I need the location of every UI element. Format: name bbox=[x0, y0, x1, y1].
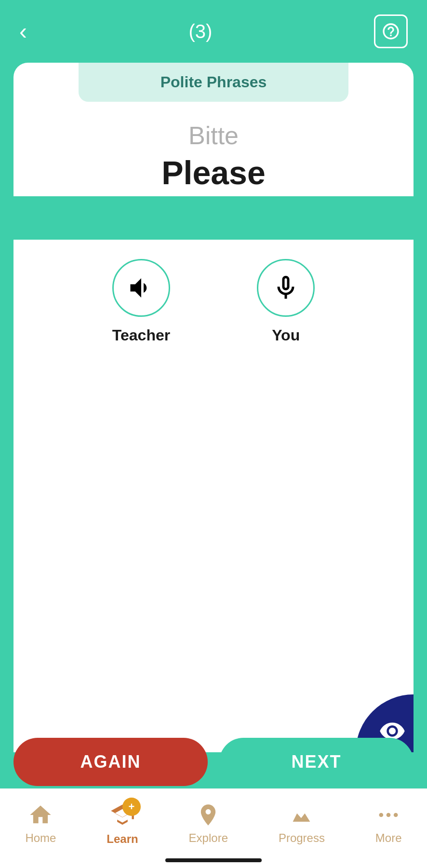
header-title: (3) bbox=[189, 21, 213, 42]
nav-progress-label: Progress bbox=[279, 831, 325, 845]
progress-icon bbox=[289, 802, 314, 827]
more-icon bbox=[376, 802, 401, 827]
speaker-icon bbox=[127, 273, 156, 302]
main-card: Polite Phrases Bitte Please Teacher You bbox=[13, 63, 414, 752]
green-accent-bar bbox=[13, 196, 414, 240]
nav-learn-label: Learn bbox=[107, 832, 138, 846]
nav-explore-label: Explore bbox=[189, 831, 228, 845]
svg-point-2 bbox=[394, 813, 398, 817]
interaction-area: Teacher You bbox=[13, 240, 414, 364]
nav-home-label: Home bbox=[25, 831, 56, 845]
svg-point-1 bbox=[387, 813, 391, 817]
nav-more-label: More bbox=[375, 831, 402, 845]
bottom-nav: Home + Learn Explore Progress More bbox=[0, 788, 427, 868]
word-translation: Please bbox=[13, 154, 414, 191]
again-button[interactable]: AGAIN bbox=[13, 738, 208, 786]
help-icon bbox=[381, 22, 400, 41]
you-button[interactable]: You bbox=[257, 259, 315, 344]
teacher-button[interactable]: Teacher bbox=[112, 259, 170, 344]
teacher-circle[interactable] bbox=[112, 259, 170, 317]
explore-icon bbox=[196, 802, 221, 827]
you-label: You bbox=[272, 326, 300, 344]
you-circle[interactable] bbox=[257, 259, 315, 317]
action-row: AGAIN NEXT bbox=[0, 738, 427, 786]
nav-progress[interactable]: Progress bbox=[279, 802, 325, 845]
nav-learn[interactable]: + Learn bbox=[107, 801, 138, 846]
nav-more[interactable]: More bbox=[375, 802, 402, 845]
back-button[interactable]: ‹ bbox=[19, 20, 27, 43]
home-icon bbox=[28, 802, 53, 827]
home-bar bbox=[165, 858, 262, 862]
word-area: Bitte Please bbox=[13, 102, 414, 191]
learn-badge: + bbox=[122, 798, 141, 816]
nav-home[interactable]: Home bbox=[25, 802, 56, 845]
header: ‹ (3) bbox=[0, 0, 427, 63]
teacher-label: Teacher bbox=[112, 326, 170, 344]
help-button[interactable] bbox=[374, 14, 408, 48]
nav-explore[interactable]: Explore bbox=[189, 802, 228, 845]
microphone-icon bbox=[271, 273, 300, 302]
svg-point-0 bbox=[379, 813, 384, 817]
next-button[interactable]: NEXT bbox=[219, 738, 414, 786]
word-foreign: Bitte bbox=[13, 121, 414, 150]
category-banner: Polite Phrases bbox=[79, 63, 348, 102]
category-text: Polite Phrases bbox=[160, 73, 267, 91]
